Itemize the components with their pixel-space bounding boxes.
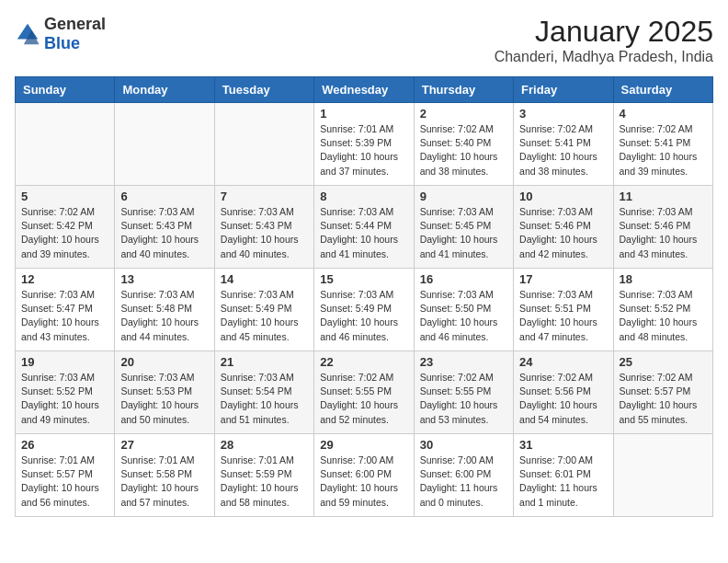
day-info: Sunrise: 7:00 AM Sunset: 6:00 PM Dayligh… [320,454,407,510]
calendar-table: SundayMondayTuesdayWednesdayThursdayFrid… [15,76,713,517]
day-info: Sunrise: 7:03 AM Sunset: 5:49 PM Dayligh… [221,288,308,344]
day-number: 15 [320,272,407,286]
day-info: Sunrise: 7:03 AM Sunset: 5:44 PM Dayligh… [320,205,407,261]
day-info: Sunrise: 7:02 AM Sunset: 5:57 PM Dayligh… [620,371,707,427]
day-number: 4 [620,107,707,121]
calendar-cell: 6Sunrise: 7:03 AM Sunset: 5:43 PM Daylig… [115,186,214,269]
calendar-cell: 19Sunrise: 7:03 AM Sunset: 5:52 PM Dayli… [16,351,115,434]
weekday-header: Saturday [613,77,712,103]
day-number: 29 [320,438,407,452]
location-title: Chanderi, Madhya Pradesh, India [495,49,713,65]
day-info: Sunrise: 7:03 AM Sunset: 5:50 PM Dayligh… [420,288,507,344]
day-number: 9 [420,190,507,203]
day-info: Sunrise: 7:03 AM Sunset: 5:46 PM Dayligh… [519,205,607,261]
day-info: Sunrise: 7:00 AM Sunset: 6:01 PM Dayligh… [519,454,607,510]
day-number: 12 [21,272,108,286]
day-number: 23 [420,355,507,369]
weekday-header: Sunday [16,77,115,103]
day-number: 21 [221,355,308,369]
day-number: 30 [420,438,507,452]
day-number: 20 [120,355,208,369]
calendar-cell: 1Sunrise: 7:01 AM Sunset: 5:39 PM Daylig… [314,103,414,186]
day-info: Sunrise: 7:02 AM Sunset: 5:55 PM Dayligh… [320,371,407,427]
weekday-header: Monday [115,77,214,103]
day-info: Sunrise: 7:01 AM Sunset: 5:58 PM Dayligh… [120,454,208,510]
day-number: 1 [320,107,407,121]
calendar-cell [214,103,313,186]
calendar-cell: 21Sunrise: 7:03 AM Sunset: 5:54 PM Dayli… [214,351,313,434]
calendar-cell: 27Sunrise: 7:01 AM Sunset: 5:58 PM Dayli… [115,434,214,517]
day-number: 28 [221,438,308,452]
day-number: 13 [120,272,208,286]
logo: General Blue [15,15,106,53]
calendar-cell: 9Sunrise: 7:03 AM Sunset: 5:45 PM Daylig… [414,186,513,269]
calendar-cell: 4Sunrise: 7:02 AM Sunset: 5:41 PM Daylig… [613,103,712,186]
logo-icon [15,21,40,47]
day-info: Sunrise: 7:02 AM Sunset: 5:42 PM Dayligh… [21,205,108,261]
day-number: 31 [519,438,607,452]
calendar-cell: 10Sunrise: 7:03 AM Sunset: 5:46 PM Dayli… [514,186,613,269]
day-info: Sunrise: 7:03 AM Sunset: 5:46 PM Dayligh… [620,205,707,261]
day-info: Sunrise: 7:02 AM Sunset: 5:41 PM Dayligh… [620,122,707,178]
calendar-cell: 12Sunrise: 7:03 AM Sunset: 5:47 PM Dayli… [16,269,115,351]
day-number: 10 [519,190,607,203]
day-info: Sunrise: 7:03 AM Sunset: 5:43 PM Dayligh… [221,205,308,261]
calendar-cell: 24Sunrise: 7:02 AM Sunset: 5:56 PM Dayli… [514,351,613,434]
day-number: 3 [519,107,607,121]
day-number: 26 [21,438,108,452]
calendar-cell [613,434,712,517]
calendar-cell: 3Sunrise: 7:02 AM Sunset: 5:41 PM Daylig… [514,103,613,186]
calendar-cell: 17Sunrise: 7:03 AM Sunset: 5:51 PM Dayli… [514,269,613,351]
calendar-week-row: 1Sunrise: 7:01 AM Sunset: 5:39 PM Daylig… [16,103,713,186]
day-info: Sunrise: 7:02 AM Sunset: 5:55 PM Dayligh… [420,371,507,427]
title-block: January 2025 Chanderi, Madhya Pradesh, I… [495,15,713,65]
calendar-cell: 22Sunrise: 7:02 AM Sunset: 5:55 PM Dayli… [314,351,414,434]
day-info: Sunrise: 7:03 AM Sunset: 5:51 PM Dayligh… [519,288,607,344]
day-info: Sunrise: 7:01 AM Sunset: 5:59 PM Dayligh… [221,454,308,510]
day-info: Sunrise: 7:02 AM Sunset: 5:41 PM Dayligh… [519,122,607,178]
day-info: Sunrise: 7:01 AM Sunset: 5:57 PM Dayligh… [21,454,108,510]
day-number: 19 [21,355,108,369]
weekday-header-row: SundayMondayTuesdayWednesdayThursdayFrid… [16,77,713,103]
day-number: 25 [620,355,707,369]
day-info: Sunrise: 7:00 AM Sunset: 6:00 PM Dayligh… [420,454,507,510]
weekday-header: Tuesday [214,77,313,103]
calendar-cell: 14Sunrise: 7:03 AM Sunset: 5:49 PM Dayli… [214,269,313,351]
weekday-header: Wednesday [314,77,414,103]
day-info: Sunrise: 7:03 AM Sunset: 5:49 PM Dayligh… [320,288,407,344]
calendar-cell: 18Sunrise: 7:03 AM Sunset: 5:52 PM Dayli… [613,269,712,351]
calendar-week-row: 12Sunrise: 7:03 AM Sunset: 5:47 PM Dayli… [16,269,713,351]
calendar-cell: 15Sunrise: 7:03 AM Sunset: 5:49 PM Dayli… [314,269,414,351]
day-number: 11 [620,190,707,203]
calendar-cell: 7Sunrise: 7:03 AM Sunset: 5:43 PM Daylig… [214,186,313,269]
day-info: Sunrise: 7:03 AM Sunset: 5:52 PM Dayligh… [620,288,707,344]
calendar-cell: 25Sunrise: 7:02 AM Sunset: 5:57 PM Dayli… [613,351,712,434]
day-number: 8 [320,190,407,203]
calendar-cell: 8Sunrise: 7:03 AM Sunset: 5:44 PM Daylig… [314,186,414,269]
day-number: 22 [320,355,407,369]
day-number: 24 [519,355,607,369]
page-header: General Blue January 2025 Chanderi, Madh… [15,15,713,65]
day-number: 5 [21,190,108,203]
day-info: Sunrise: 7:03 AM Sunset: 5:45 PM Dayligh… [420,205,507,261]
calendar-week-row: 26Sunrise: 7:01 AM Sunset: 5:57 PM Dayli… [16,434,713,517]
day-info: Sunrise: 7:03 AM Sunset: 5:48 PM Dayligh… [120,288,208,344]
day-number: 27 [120,438,208,452]
month-title: January 2025 [495,15,713,49]
calendar-cell: 23Sunrise: 7:02 AM Sunset: 5:55 PM Dayli… [414,351,513,434]
calendar-cell: 31Sunrise: 7:00 AM Sunset: 6:01 PM Dayli… [514,434,613,517]
day-info: Sunrise: 7:02 AM Sunset: 5:40 PM Dayligh… [420,122,507,178]
calendar-cell: 13Sunrise: 7:03 AM Sunset: 5:48 PM Dayli… [115,269,214,351]
calendar-cell: 5Sunrise: 7:02 AM Sunset: 5:42 PM Daylig… [16,186,115,269]
calendar-cell [16,103,115,186]
day-info: Sunrise: 7:03 AM Sunset: 5:54 PM Dayligh… [221,371,308,427]
calendar-cell: 30Sunrise: 7:00 AM Sunset: 6:00 PM Dayli… [414,434,513,517]
day-number: 17 [519,272,607,286]
day-number: 7 [221,190,308,203]
calendar-week-row: 19Sunrise: 7:03 AM Sunset: 5:52 PM Dayli… [16,351,713,434]
day-number: 18 [620,272,707,286]
day-info: Sunrise: 7:01 AM Sunset: 5:39 PM Dayligh… [320,122,407,178]
calendar-cell: 11Sunrise: 7:03 AM Sunset: 5:46 PM Dayli… [613,186,712,269]
calendar-cell: 16Sunrise: 7:03 AM Sunset: 5:50 PM Dayli… [414,269,513,351]
day-info: Sunrise: 7:03 AM Sunset: 5:43 PM Dayligh… [120,205,208,261]
